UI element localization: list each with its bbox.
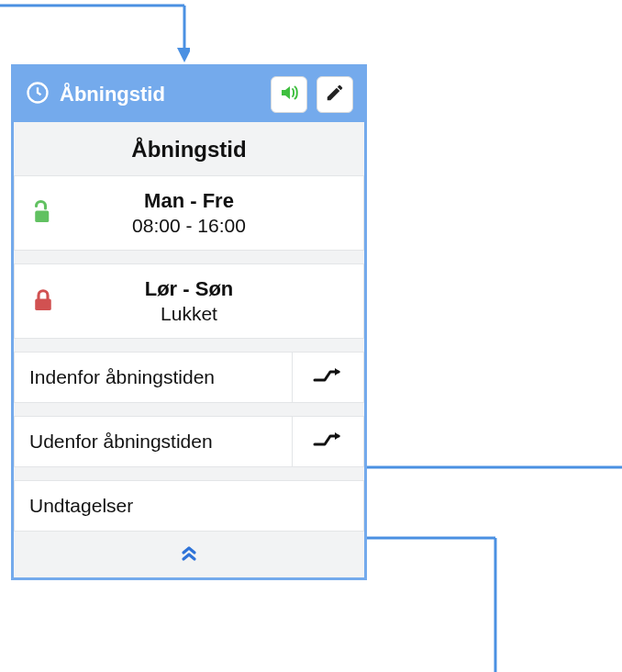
row-outside-hours[interactable]: Udenfor åbningstiden (14, 416, 364, 467)
unlock-icon (29, 199, 68, 227)
collapse-button[interactable] (14, 539, 364, 577)
flow-arrow-icon (313, 365, 344, 389)
row-inside-hours[interactable]: Indenfor åbningstiden (14, 352, 364, 403)
row-label: Udenfor åbningstiden (15, 417, 292, 466)
svg-rect-7 (35, 211, 49, 223)
chevrons-up-icon (177, 543, 201, 568)
slot-hours: Lukket (68, 303, 310, 325)
row-label: Indenfor åbningstiden (15, 353, 292, 402)
row-flow-button[interactable] (292, 417, 363, 466)
row-exceptions[interactable]: Undtagelser (14, 480, 364, 532)
connector-arrow-top (0, 0, 190, 64)
sound-button[interactable] (271, 76, 307, 113)
hours-slot-weekdays: Man - Fre 08:00 - 16:00 (14, 175, 364, 251)
edit-button[interactable] (317, 76, 353, 113)
pencil-icon (325, 83, 345, 106)
clock-icon (25, 80, 50, 109)
connector-line-right-2 (367, 536, 497, 672)
svg-marker-2 (177, 48, 190, 62)
slot-hours: 08:00 - 16:00 (68, 215, 310, 237)
connector-line-right-1 (367, 465, 622, 469)
flow-arrow-icon (313, 430, 344, 454)
row-flow-button[interactable] (292, 353, 363, 402)
lock-icon (29, 287, 68, 315)
speaker-icon (278, 82, 300, 107)
svg-rect-8 (35, 299, 51, 311)
hours-slot-weekend: Lør - Søn Lukket (14, 263, 364, 339)
slot-days: Lør - Søn (68, 277, 310, 301)
section-title: Åbningstid (14, 122, 364, 175)
slot-days: Man - Fre (68, 189, 310, 213)
opening-hours-card: Åbningstid Åbningstid (11, 64, 367, 580)
card-title: Åbningstid (60, 83, 261, 106)
row-label: Undtagelser (29, 495, 133, 517)
card-header: Åbningstid (14, 67, 364, 122)
